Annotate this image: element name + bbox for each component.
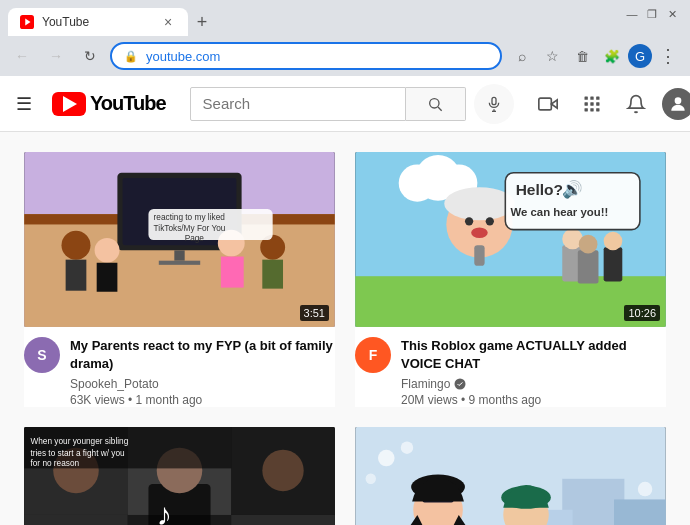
close-window-button[interactable]: ✕ bbox=[664, 6, 680, 22]
apps-button[interactable] bbox=[574, 86, 610, 122]
svg-point-2 bbox=[430, 98, 439, 107]
video-card[interactable]: ♪ When your younger sibling tries to sta… bbox=[24, 427, 335, 525]
svg-point-52 bbox=[486, 217, 494, 225]
svg-text:When your younger sibling: When your younger sibling bbox=[30, 437, 128, 446]
video-meta: My Parents react to my FYP (a bit of fam… bbox=[70, 337, 335, 407]
svg-marker-7 bbox=[551, 99, 557, 107]
channel-avatar: S bbox=[24, 337, 60, 373]
extensions-button[interactable]: 🧩 bbox=[598, 42, 626, 70]
video-info: F This Roblox game ACTUALLY added VOICE … bbox=[355, 327, 666, 407]
svg-rect-66 bbox=[231, 515, 335, 525]
svg-rect-45 bbox=[578, 250, 599, 283]
svg-rect-10 bbox=[590, 96, 593, 99]
create-video-button[interactable] bbox=[530, 86, 566, 122]
video-info: S My Parents react to my FYP (a bit of f… bbox=[24, 327, 335, 407]
user-avatar[interactable] bbox=[662, 88, 690, 120]
yt-search-container bbox=[190, 84, 514, 124]
nav-bar: ← → ↻ 🔒 youtube.com ⌕ ☆ 🗑 🧩 G ⋮ bbox=[0, 36, 690, 76]
video-thumbnail: ♪ When your younger sibling tries to sta… bbox=[24, 427, 335, 525]
thumb-illustration-2: Hello? 🔊 We can hear you!! bbox=[355, 152, 666, 327]
yt-content: reacting to my liked TikToks/My For You … bbox=[0, 132, 690, 525]
video-title: My Parents react to my FYP (a bit of fam… bbox=[70, 337, 335, 373]
avatar-letter: S bbox=[37, 347, 46, 363]
new-tab-button[interactable]: + bbox=[188, 8, 216, 36]
svg-rect-14 bbox=[596, 102, 599, 105]
svg-rect-54 bbox=[474, 245, 484, 266]
svg-rect-39 bbox=[355, 276, 666, 327]
svg-rect-9 bbox=[584, 96, 587, 99]
thumb-illustration-1: reacting to my liked TikToks/My For You … bbox=[24, 152, 335, 327]
forward-button[interactable]: → bbox=[42, 42, 70, 70]
thumb-illustration-4 bbox=[355, 427, 666, 525]
tab-favicon bbox=[20, 15, 34, 29]
search-icon bbox=[427, 96, 443, 112]
svg-point-48 bbox=[604, 232, 623, 251]
svg-text:Page: Page bbox=[185, 234, 205, 243]
svg-rect-17 bbox=[596, 108, 599, 111]
duration-badge: 3:51 bbox=[300, 305, 329, 321]
video-thumbnail: Hello? 🔊 We can hear you!! 10:26 bbox=[355, 152, 666, 327]
yt-header: ☰ YouTube bbox=[0, 76, 690, 132]
svg-text:♪: ♪ bbox=[157, 498, 173, 525]
address-text[interactable]: youtube.com bbox=[146, 49, 488, 64]
svg-rect-33 bbox=[262, 260, 283, 289]
reload-button[interactable]: ↻ bbox=[76, 42, 104, 70]
video-stats: 20M views • 9 months ago bbox=[401, 393, 666, 407]
video-thumbnail bbox=[355, 427, 666, 525]
svg-rect-8 bbox=[538, 98, 551, 110]
video-card[interactable]: Hello? 🔊 We can hear you!! 10:26 F This … bbox=[355, 152, 666, 407]
svg-point-46 bbox=[579, 235, 598, 254]
browser-tab[interactable]: YouTube × bbox=[8, 8, 188, 36]
tab-close-button[interactable]: × bbox=[160, 14, 176, 30]
svg-text:reacting to my liked: reacting to my liked bbox=[154, 213, 226, 222]
svg-rect-29 bbox=[97, 263, 118, 292]
address-bar[interactable]: 🔒 youtube.com bbox=[110, 42, 502, 70]
svg-rect-12 bbox=[584, 102, 587, 105]
video-title: This Roblox game ACTUALLY added VOICE CH… bbox=[401, 337, 666, 373]
tab-title: YouTube bbox=[42, 15, 152, 29]
svg-rect-4 bbox=[492, 97, 496, 104]
more-menu-button[interactable]: ⋮ bbox=[654, 42, 682, 70]
thumb-illustration-3: ♪ When your younger sibling tries to sta… bbox=[24, 427, 335, 525]
svg-point-86 bbox=[401, 442, 413, 454]
svg-rect-13 bbox=[590, 102, 593, 105]
svg-rect-24 bbox=[174, 250, 184, 260]
channel-name: Flamingo bbox=[401, 377, 666, 391]
svg-text:🔊: 🔊 bbox=[562, 179, 583, 200]
profile-avatar[interactable]: G bbox=[628, 44, 652, 68]
minimize-button[interactable]: — bbox=[624, 6, 640, 22]
yt-search-box bbox=[190, 87, 406, 121]
yt-header-right bbox=[530, 86, 690, 122]
lock-icon: 🔒 bbox=[124, 50, 138, 63]
notifications-button[interactable] bbox=[618, 86, 654, 122]
svg-line-3 bbox=[438, 107, 442, 111]
svg-rect-47 bbox=[604, 247, 623, 281]
hamburger-menu-icon[interactable]: ☰ bbox=[16, 93, 32, 115]
search-button[interactable] bbox=[406, 87, 466, 121]
verified-icon bbox=[454, 378, 466, 390]
svg-rect-83 bbox=[614, 500, 666, 525]
svg-rect-16 bbox=[590, 108, 593, 111]
svg-text:tries to start a fight w/ you: tries to start a fight w/ you bbox=[30, 449, 125, 458]
svg-point-87 bbox=[366, 474, 376, 484]
bookmark-button[interactable]: ☆ bbox=[538, 42, 566, 70]
video-card[interactable]: reacting to my liked TikToks/My For You … bbox=[24, 152, 335, 407]
svg-text:Hello?: Hello? bbox=[516, 181, 563, 198]
svg-rect-25 bbox=[159, 261, 200, 265]
svg-rect-15 bbox=[584, 108, 587, 111]
delete-nav-button[interactable]: 🗑 bbox=[568, 42, 596, 70]
back-button[interactable]: ← bbox=[8, 42, 36, 70]
svg-point-18 bbox=[674, 97, 681, 104]
mic-button[interactable] bbox=[474, 84, 514, 124]
search-nav-button[interactable]: ⌕ bbox=[508, 42, 536, 70]
yt-logo-text: YouTube bbox=[90, 92, 166, 115]
video-grid: reacting to my liked TikToks/My For You … bbox=[24, 152, 666, 525]
video-card[interactable]: A Anime style video AnimeChan 1.2M views… bbox=[355, 427, 666, 525]
maximize-button[interactable]: ❐ bbox=[644, 6, 660, 22]
yt-logo[interactable]: YouTube bbox=[52, 92, 166, 116]
video-thumbnail: reacting to my liked TikToks/My For You … bbox=[24, 152, 335, 327]
svg-point-88 bbox=[638, 482, 652, 496]
video-stats: 63K views • 1 month ago bbox=[70, 393, 335, 407]
svg-point-71 bbox=[262, 450, 303, 491]
search-input[interactable] bbox=[203, 95, 393, 112]
